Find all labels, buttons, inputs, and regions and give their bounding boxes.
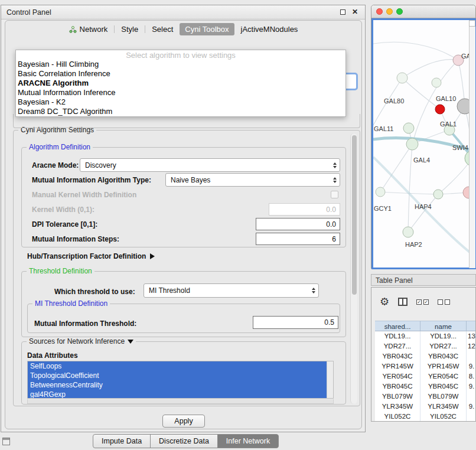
table-cell[interactable]: 9.: [467, 402, 476, 412]
tab-select[interactable]: Select: [146, 23, 178, 35]
table-row[interactable]: YDL19...YDL19...13: [375, 331, 476, 341]
table-cell[interactable]: [467, 351, 476, 361]
aracne-mode-select[interactable]: Discovery: [80, 158, 340, 172]
table-cell[interactable]: YLR345W: [420, 402, 467, 412]
table-row[interactable]: YBR045CYBR045C9.: [375, 381, 476, 392]
mi-algorithm-type-select[interactable]: Naive Bayes: [165, 173, 340, 187]
table-cell[interactable]: YER054C: [375, 371, 420, 381]
table-cell[interactable]: YBL079W: [375, 392, 420, 402]
algorithm-option[interactable]: Bayesian - Hill Climbing: [16, 60, 345, 69]
network-node[interactable]: [435, 105, 445, 114]
network-node[interactable]: [397, 73, 407, 83]
network-node[interactable]: [406, 138, 418, 150]
table-cell[interactable]: YDR27...: [420, 341, 467, 351]
apply-button[interactable]: Apply: [162, 415, 205, 428]
attribute-item-selected[interactable]: BetweennessCentrality: [28, 380, 328, 390]
gear-icon[interactable]: ⚙: [380, 296, 389, 308]
table-cell[interactable]: YPR145W: [420, 361, 467, 371]
network-node[interactable]: [403, 123, 414, 133]
table-cell[interactable]: [467, 392, 476, 402]
algorithm-option[interactable]: Dream8 DC_TDC Algorithm: [16, 107, 345, 116]
tab-jactivemnodules[interactable]: jActiveMNodules: [236, 23, 304, 35]
table-cell[interactable]: [467, 412, 476, 422]
attribute-item-selected[interactable]: gal4RGexp: [28, 390, 328, 399]
table-cell[interactable]: YIL052C: [420, 412, 467, 422]
table-cell[interactable]: YIL052C: [375, 412, 420, 422]
tab-infer-network[interactable]: Infer Network: [217, 434, 279, 448]
network-node[interactable]: [376, 187, 385, 197]
table-cell[interactable]: 8.: [467, 371, 476, 381]
table-cell[interactable]: YDL19...: [420, 331, 467, 341]
table-cell[interactable]: YER054C: [420, 371, 467, 381]
table-row[interactable]: YDR27...YDR27...12: [375, 341, 476, 351]
table-row[interactable]: YIL052CYIL052C: [375, 412, 476, 422]
tab-cyni-toolbox[interactable]: Cyni Toolbox: [180, 23, 234, 35]
expand-right-icon[interactable]: [150, 253, 155, 259]
column-header[interactable]: [467, 321, 476, 331]
attribute-item-selected[interactable]: SelfLoops: [28, 361, 328, 371]
table-row[interactable]: YBR043CYBR043C: [375, 351, 476, 361]
algorithm-option[interactable]: Basic Correlation Inference: [16, 69, 345, 79]
table-cell[interactable]: YLR345W: [375, 402, 420, 412]
settings-scrollbar-thumb[interactable]: [352, 135, 357, 295]
attribute-item-selected[interactable]: TopologicalCoefficient: [28, 371, 328, 380]
network-edge[interactable]: [408, 194, 438, 232]
network-edge[interactable]: [408, 144, 412, 232]
table-cell[interactable]: YBL079W: [420, 392, 467, 402]
close-traffic-light[interactable]: [376, 8, 383, 15]
data-attributes-list[interactable]: SelfLoops TopologicalCoefficient Between…: [27, 361, 334, 399]
table-panel-titlebar[interactable]: Table Panel: [371, 274, 476, 286]
table-cell[interactable]: 9.: [467, 381, 476, 392]
tab-impute-data[interactable]: Impute Data: [93, 434, 151, 448]
network-node[interactable]: [403, 227, 413, 237]
table-cell[interactable]: YBR045C: [375, 381, 420, 392]
mi-steps-field[interactable]: 6: [256, 233, 340, 245]
columns-icon[interactable]: [398, 298, 407, 306]
deselect-all-icon[interactable]: [438, 299, 450, 305]
table-cell[interactable]: 13: [467, 331, 476, 341]
tab-style[interactable]: Style: [116, 23, 144, 35]
tab-discretize-data[interactable]: Discretize Data: [150, 434, 218, 448]
table-row[interactable]: YLR345WYLR345W9.: [375, 402, 476, 412]
column-header[interactable]: shared...: [375, 321, 420, 331]
collapse-down-icon[interactable]: [128, 340, 133, 344]
minimized-panel-icon[interactable]: [2, 438, 10, 445]
network-vertical-scrollbar[interactable]: [469, 20, 475, 268]
minimize-traffic-light[interactable]: [386, 8, 393, 15]
table-row[interactable]: YER054CYER054C8.: [375, 371, 476, 381]
table-row[interactable]: YBL079WYBL079W: [375, 392, 476, 402]
table-cell[interactable]: 12: [467, 341, 476, 351]
table-cell[interactable]: YBR043C: [420, 351, 467, 361]
network-window-titlebar[interactable]: [371, 5, 475, 18]
column-header[interactable]: name: [420, 321, 467, 331]
dpi-tolerance-field[interactable]: 0.0: [256, 218, 340, 230]
manual-kernel-width-checkbox[interactable]: [331, 191, 338, 198]
table-cell[interactable]: YPR145W: [375, 361, 420, 371]
close-icon[interactable]: ✕: [352, 8, 358, 16]
hub-transcription-section[interactable]: Hub/Transcription Factor Definition: [27, 252, 155, 260]
zoom-traffic-light[interactable]: [396, 8, 403, 15]
table-row[interactable]: YPR145WYPR145W9.: [375, 361, 476, 371]
table-cell[interactable]: 9.: [467, 361, 476, 371]
control-panel-titlebar[interactable]: Control Panel ✕: [1, 5, 365, 19]
network-edge[interactable]: [373, 42, 458, 60]
list-horizontal-scrollbar[interactable]: [27, 399, 334, 404]
network-node[interactable]: [432, 78, 441, 87]
select-all-icon[interactable]: ✓✓: [416, 299, 429, 305]
float-window-icon[interactable]: [340, 9, 345, 15]
tab-network[interactable]: Network: [64, 23, 113, 35]
sources-group-title[interactable]: Sources for Network Inference: [27, 337, 136, 345]
mi-threshold-field[interactable]: 0.5: [253, 316, 338, 329]
which-threshold-select[interactable]: MI Threshold: [144, 283, 319, 298]
table-cell[interactable]: YBR045C: [420, 381, 467, 392]
network-canvas[interactable]: GAL...GAL80GAL10GAL11GAL1SWI4GAL4GCY1HAP…: [371, 18, 476, 269]
settings-scrollbar[interactable]: [350, 133, 357, 404]
algorithm-option-selected[interactable]: ARACNE Algorithm: [16, 79, 345, 88]
kernel-width-field[interactable]: 0.0: [269, 203, 340, 216]
table-cell[interactable]: YDR27...: [375, 341, 420, 351]
algorithm-option[interactable]: Mutual Information Inference: [16, 88, 345, 97]
table-cell[interactable]: YBR043C: [375, 351, 420, 361]
algorithm-option[interactable]: Bayesian - K2: [16, 97, 345, 107]
table-cell[interactable]: YDL19...: [375, 331, 420, 341]
network-node[interactable]: [433, 190, 443, 199]
